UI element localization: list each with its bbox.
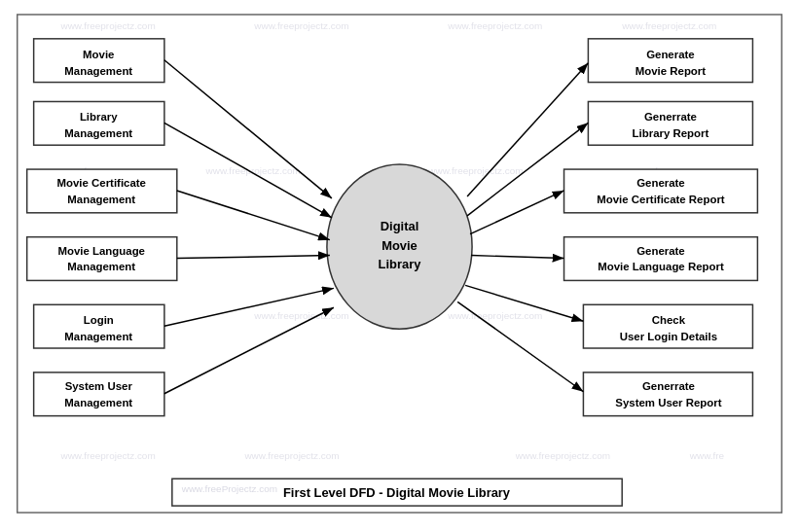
gen-library-report-label-2: Library Report — [633, 127, 709, 139]
system-user-management-box — [34, 372, 164, 416]
library-management-label-2: Management — [64, 127, 132, 139]
center-label-line2: Movie — [381, 238, 418, 253]
system-user-management-label-1: System User — [65, 380, 133, 392]
arrow-center-to-gen-movie-lang-report — [471, 256, 563, 259]
movie-cert-management-label-1: Movie Certificate — [57, 177, 146, 189]
arrow-movie-mgmt-to-center — [164, 60, 332, 198]
movie-lang-management-label-2: Management — [67, 261, 135, 272]
watermark: www.freeprojectz.com — [253, 310, 348, 321]
movie-cert-management-label-2: Management — [67, 194, 135, 205]
gen-movie-cert-report-box — [564, 169, 758, 213]
diagram-container: www.freeprojectz.com www.freeprojectz.co… — [10, 10, 789, 522]
login-management-label-2: Management — [64, 331, 132, 342]
gen-system-user-report-label-1: Generrate — [642, 380, 695, 392]
watermark: www.freeprojectz.com — [243, 450, 339, 461]
title-label: First Level DFD - Digital Movie Library — [283, 485, 511, 500]
system-user-management-label-2: Management — [64, 397, 132, 408]
watermark: www.freeprojectz.com — [59, 450, 155, 461]
watermark: www.freeprojectz.com — [447, 20, 542, 31]
gen-movie-cert-report-label-2: Movie Certificate Report — [597, 194, 725, 205]
arrow-movie-cert-mgmt-to-center — [177, 191, 330, 240]
watermark: www.freeprojectz.com — [447, 310, 542, 321]
gen-movie-lang-report-label-2: Movie Language Report — [598, 261, 724, 272]
gen-movie-lang-report-box — [564, 237, 758, 281]
watermark: www.freeprojectz.com — [59, 20, 155, 31]
center-label-line3: Library — [379, 257, 422, 271]
watermark: www.freeprojectz.com — [515, 450, 610, 461]
gen-movie-lang-report-label-1: Generate — [636, 245, 685, 257]
watermark: www.freeprojectz.com — [621, 20, 716, 31]
watermark: www.freeprojectz.com — [427, 165, 523, 176]
movie-lang-management-box — [27, 237, 177, 281]
gen-library-report-label-1: Generrate — [644, 111, 697, 123]
check-login-label-1: Check — [652, 314, 686, 326]
arrow-center-to-gen-movie-cert-report — [470, 191, 563, 234]
arrow-library-mgmt-to-center — [164, 123, 332, 217]
movie-lang-management-label-1: Movie Language — [57, 245, 145, 257]
movie-management-label-1: Movie — [83, 49, 114, 60]
watermark: www.freeprojectz.com — [205, 165, 301, 176]
movie-management-label-2: Management — [64, 65, 132, 77]
watermark-title: www.freeProjectz.com — [181, 483, 277, 494]
center-label-line1: Digital — [381, 219, 418, 233]
watermark: www.fre — [689, 450, 725, 461]
gen-system-user-report-label-2: System User Report — [615, 397, 721, 408]
watermark: www.freeprojectz.com — [253, 20, 348, 31]
check-login-label-2: User Login Details — [620, 331, 717, 342]
login-management-label-1: Login — [84, 314, 114, 326]
library-management-label-1: Library — [80, 111, 118, 123]
gen-movie-report-label-2: Movie Report — [636, 65, 707, 77]
arrow-movie-lang-mgmt-to-center — [177, 256, 330, 259]
gen-system-user-report-box — [583, 372, 752, 416]
movie-cert-management-box — [27, 169, 177, 213]
gen-movie-report-label-1: Generate — [646, 49, 695, 60]
gen-movie-cert-report-label-1: Generate — [636, 177, 685, 189]
